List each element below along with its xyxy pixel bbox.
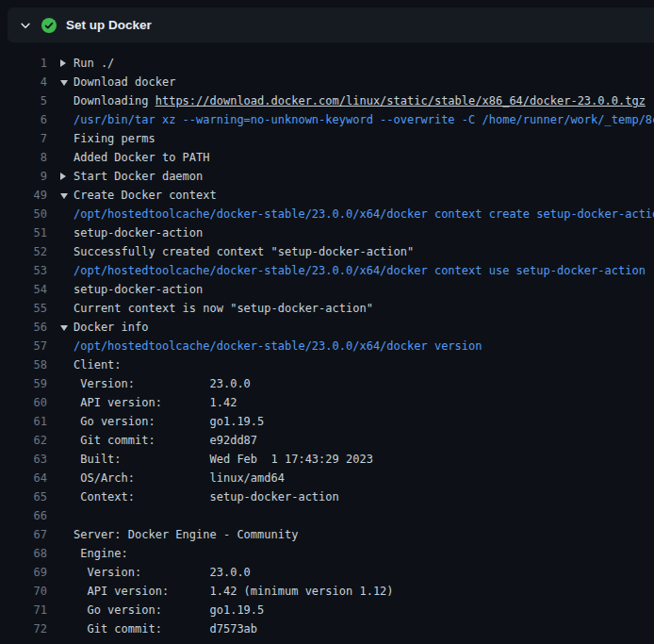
log-line-text: Built: Wed Feb 1 17:43:29 2023	[74, 453, 373, 466]
log-line-number[interactable]: 4	[15, 73, 47, 91]
expand-group-arrow-icon[interactable]	[60, 59, 66, 67]
log-line-number[interactable]: 55	[15, 299, 47, 318]
log-line-text: Run ./	[74, 57, 114, 70]
log-line-number[interactable]: 6	[15, 110, 47, 129]
log-line-text: Docker info	[74, 321, 148, 334]
log-line-text: Start Docker daemon	[74, 170, 203, 183]
log-line: 54 setup-docker-action	[15, 280, 654, 299]
log-line-text: /usr/bin/tar xz --warning=no-unknown-key…	[74, 113, 654, 126]
log-line: 52 Successfully created context "setup-d…	[15, 242, 654, 261]
collapse-group-arrow-icon[interactable]	[60, 193, 68, 199]
log-line-text: API version: 1.42	[74, 396, 237, 409]
log-line-number[interactable]: 53	[15, 261, 47, 280]
log-line: 57 /opt/hostedtoolcache/docker-stable/23…	[15, 337, 654, 355]
log-line-number[interactable]: 49	[15, 186, 47, 205]
log-line: 9 Start Docker daemon	[15, 167, 654, 186]
collapse-group-arrow-icon[interactable]	[60, 80, 68, 86]
log-line: 70 API version: 1.42 (minimum version 1.…	[15, 582, 654, 601]
log-line-number[interactable]: 66	[15, 506, 47, 525]
log-line-number[interactable]: 72	[15, 619, 47, 638]
log-line-number[interactable]: 50	[15, 205, 47, 223]
log-line-number[interactable]: 51	[15, 223, 47, 242]
log-line-number[interactable]: 68	[15, 544, 47, 563]
log-line: 64 OS/Arch: linux/amd64	[15, 469, 654, 487]
log-line-number[interactable]: 5	[15, 91, 47, 110]
log-line-number[interactable]: 70	[15, 582, 47, 601]
log-line-text: /opt/hostedtoolcache/docker-stable/23.0.…	[74, 264, 646, 277]
log-line: 60 API version: 1.42	[15, 393, 654, 412]
log-line: 5 Downloading https://download.docker.co…	[15, 91, 654, 110]
log-line: 63 Built: Wed Feb 1 17:43:29 2023	[15, 450, 654, 469]
log-line-text: Client:	[74, 358, 122, 372]
log-line-text: Current context is now "setup-docker-act…	[74, 302, 373, 315]
log-line-text: Go version: go1.19.5	[74, 603, 264, 617]
log-line-text: Context: setup-docker-action	[74, 490, 339, 504]
log-line: 51 setup-docker-action	[15, 223, 654, 242]
log-line-text: Git commit: d7573ab	[74, 622, 257, 636]
log-line-number[interactable]: 65	[15, 487, 47, 506]
chevron-down-icon[interactable]	[19, 19, 32, 32]
log-line-text: Create Docker context	[74, 189, 217, 202]
log-line-number[interactable]: 63	[15, 450, 47, 469]
collapse-group-arrow-icon[interactable]	[60, 325, 68, 331]
log-line: 71 Go version: go1.19.5	[15, 601, 654, 619]
log-line-text: Downloading https://download.docker.com/…	[74, 94, 646, 107]
log-line-number[interactable]: 71	[15, 601, 47, 619]
check-circle-icon	[41, 18, 57, 33]
log-line-number[interactable]: 58	[15, 355, 47, 374]
log-line-number[interactable]: 8	[15, 148, 47, 167]
step-title: Set up Docker	[66, 18, 152, 32]
log-line-number[interactable]: 1	[15, 54, 47, 73]
log-line-text: Engine:	[74, 547, 128, 560]
log-line: 67 Server: Docker Engine - Community	[15, 525, 654, 544]
log-line: 55 Current context is now "setup-docker-…	[15, 299, 654, 318]
log-line-number[interactable]: 56	[15, 318, 47, 337]
log-line-text: API version: 1.42 (minimum version 1.12)	[74, 585, 394, 598]
log-line-text: Successfully created context "setup-dock…	[74, 245, 414, 258]
log-line-number[interactable]: 60	[15, 393, 47, 412]
log-line-number[interactable]: 67	[15, 525, 47, 544]
expand-group-arrow-icon[interactable]	[60, 173, 66, 180]
log-line-number[interactable]: 7	[15, 129, 47, 148]
log-lines: 1 Run ./ 4 Download docker 5 Downloading…	[0, 42, 654, 638]
log-line-number[interactable]: 9	[15, 167, 47, 186]
log-line-text: /opt/hostedtoolcache/docker-stable/23.0.…	[74, 339, 482, 353]
log-link-prefix: Downloading	[74, 94, 155, 107]
log-line-number[interactable]: 57	[15, 337, 47, 355]
log-line-text: Version: 23.0.0	[74, 377, 251, 390]
log-line-text: Git commit: e92dd87	[74, 434, 257, 447]
log-line: 4 Download docker	[15, 73, 654, 91]
log-line-number[interactable]: 52	[15, 242, 47, 261]
log-line: 59 Version: 23.0.0	[15, 374, 654, 393]
log-line: 62 Git commit: e92dd87	[15, 431, 654, 450]
log-line: 69 Version: 23.0.0	[15, 563, 654, 582]
log-line: 49 Create Docker context	[15, 186, 654, 205]
log-line-number[interactable]: 69	[15, 563, 47, 582]
log-line: 66	[15, 506, 654, 525]
log-line-text: Version: 23.0.0	[74, 566, 251, 579]
log-line: 56 Docker info	[15, 318, 654, 337]
step-header[interactable]: Set up Docker	[8, 8, 654, 42]
log-line-text: Go version: go1.19.5	[74, 415, 264, 428]
log-line: 1 Run ./	[15, 54, 654, 73]
log-line-text: /opt/hostedtoolcache/docker-stable/23.0.…	[74, 207, 654, 221]
log-line-text: Server: Docker Engine - Community	[74, 528, 298, 541]
log-line-text: Added Docker to PATH	[74, 151, 210, 164]
log-line: 65 Context: setup-docker-action	[15, 487, 654, 506]
log-line-text: setup-docker-action	[74, 283, 203, 296]
log-line-number[interactable]: 54	[15, 280, 47, 299]
log-line: 50 /opt/hostedtoolcache/docker-stable/23…	[15, 205, 654, 223]
log-line: 61 Go version: go1.19.5	[15, 412, 654, 431]
log-line-number[interactable]: 59	[15, 374, 47, 393]
log-line: 6 /usr/bin/tar xz --warning=no-unknown-k…	[15, 110, 654, 129]
log-line-number[interactable]: 61	[15, 412, 47, 431]
log-link[interactable]: https://download.docker.com/linux/static…	[155, 94, 646, 107]
log-line-text: OS/Arch: linux/amd64	[74, 471, 285, 485]
log-line-text: Fixing perms	[74, 132, 155, 145]
log-line-text: Download docker	[74, 75, 175, 89]
log-line: 72 Git commit: d7573ab	[15, 619, 654, 638]
log-line: 53 /opt/hostedtoolcache/docker-stable/23…	[15, 261, 654, 280]
log-line: 68 Engine:	[15, 544, 654, 563]
log-line-number[interactable]: 62	[15, 431, 47, 450]
log-line-number[interactable]: 64	[15, 469, 47, 487]
